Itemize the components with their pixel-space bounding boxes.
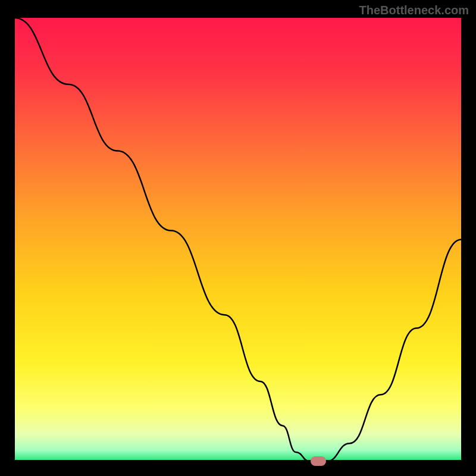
watermark-label: TheBottleneck.com [359, 4, 469, 17]
gradient-background [15, 18, 461, 461]
chart-area [15, 18, 461, 461]
optimum-marker [311, 456, 326, 466]
chart-container: TheBottleneck.com [0, 0, 476, 476]
chart-svg [15, 18, 461, 461]
